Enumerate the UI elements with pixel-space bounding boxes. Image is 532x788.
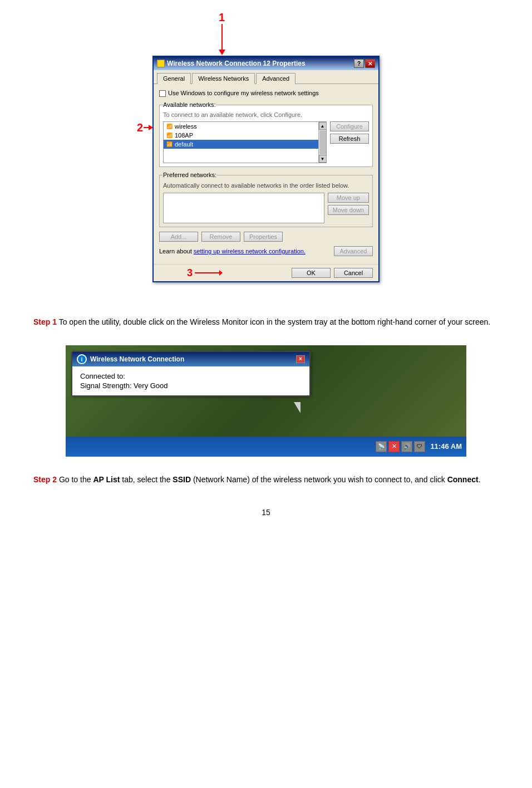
configure-button[interactable]: Configure — [330, 121, 369, 131]
annotation-3-area: 3 — [187, 267, 223, 279]
popup-section: i Wireless Network Connection × Connecte… — [33, 345, 499, 457]
dialog-titlebar: Wireless Network Connection 12 Propertie… — [154, 57, 378, 70]
tray-icon-4[interactable]: 🛡 — [414, 441, 425, 452]
preferred-buttons: Move up Move down — [328, 193, 369, 223]
bubble-body: Connected to: Signal Strength: Very Good — [72, 366, 309, 395]
dialog-wrapper: 2 Wireless Network Connection 12 Propert… — [152, 28, 380, 282]
annotation-2: 2 — [137, 121, 143, 134]
popup-image-wrapper: i Wireless Network Connection × Connecte… — [66, 345, 466, 457]
titlebar-icon — [157, 60, 165, 67]
step2-bold-ssid: SSID — [173, 475, 191, 484]
step1-label: Step 1 — [33, 317, 57, 326]
tab-advanced[interactable]: Advanced — [256, 73, 295, 84]
bottom-buttons-row: Add... Remove Properties — [159, 232, 373, 242]
step1-block: Step 1 To open the utility, double click… — [33, 316, 499, 328]
signal-text: Signal Strength: Very Good — [80, 381, 302, 390]
available-content: 📶 wireless 📶 108AP 📶 default — [163, 121, 369, 163]
step2-end: (Network Name) of the wireless network y… — [191, 475, 447, 484]
system-clock: 11:46 AM — [430, 442, 462, 451]
checkbox-label: Use Windows to configure my wireless net… — [168, 90, 319, 96]
available-networks-legend: Available networks: — [163, 101, 216, 108]
move-up-button[interactable]: Move up — [328, 193, 369, 203]
ok-button[interactable]: OK — [292, 268, 331, 278]
bubble-close-button[interactable]: × — [296, 355, 305, 363]
dialog-body: Use Windows to configure my wireless net… — [154, 84, 378, 264]
cancel-button[interactable]: Cancel — [334, 268, 373, 278]
learn-text: Learn about setting up wireless network … — [159, 248, 306, 254]
network-name-wireless: wireless — [175, 123, 197, 130]
diagram-section: 1 2 Wireless Network Connection 12 Prope… — [22, 11, 510, 282]
bubble-title-area: i Wireless Network Connection — [77, 354, 184, 364]
advanced-button[interactable]: Advanced — [334, 246, 373, 256]
dialog-footer: 3 OK Cancel — [154, 264, 378, 281]
signal-icon-wireless: 📶 — [165, 123, 173, 130]
tab-wireless-networks[interactable]: Wireless Networks — [192, 73, 255, 84]
step2-block: Step 2 Go to the AP List tab, select the… — [33, 473, 499, 486]
annotation-1: 1 — [219, 11, 225, 24]
bubble-title: Wireless Network Connection — [90, 355, 184, 363]
svg-marker-1 — [219, 270, 223, 276]
info-icon: i — [77, 354, 87, 364]
remove-button[interactable]: Remove — [201, 232, 240, 242]
properties-button[interactable]: Properties — [244, 232, 283, 242]
dialog-tabs[interactable]: General Wireless Networks Advanced — [154, 70, 378, 84]
network-name-108ap: 108AP — [175, 132, 193, 139]
network-name-default: default — [175, 141, 193, 148]
help-button[interactable]: ? — [354, 59, 364, 68]
available-description: To connect to an available network, clic… — [163, 111, 369, 118]
step2-bold-aplist: AP List — [93, 475, 120, 484]
page-number-section: 15 — [22, 508, 510, 517]
dialog-title: Wireless Network Connection 12 Propertie… — [167, 60, 306, 67]
bubble-tail — [294, 402, 301, 413]
taskbar: 📡 ✕ 🔊 🛡 11:46 AM — [66, 437, 466, 457]
checkbox-row[interactable]: Use Windows to configure my wireless net… — [159, 90, 373, 97]
close-button[interactable]: ✕ — [365, 59, 375, 68]
move-down-button[interactable]: Move down — [328, 205, 369, 215]
refresh-button[interactable]: Refresh — [330, 134, 369, 144]
step2-bold-connect: Connect — [447, 475, 479, 484]
tray-icon-2[interactable]: ✕ — [388, 441, 400, 452]
step2-label: Step 2 — [33, 475, 57, 484]
available-networks-section: Available networks: To connect to an ava… — [159, 101, 373, 167]
tab-general[interactable]: General — [157, 73, 191, 84]
step2-mid: tab, select the — [120, 475, 173, 484]
network-item-wireless[interactable]: 📶 wireless — [164, 122, 326, 131]
arrow-3-icon — [195, 268, 223, 277]
bubble-titlebar: i Wireless Network Connection × — [72, 352, 309, 366]
tray-icon-1[interactable]: 📡 — [376, 441, 387, 452]
step1-text: To open the utility, double click on the… — [57, 317, 490, 326]
learn-link[interactable]: setting up wireless network configuratio… — [194, 248, 306, 254]
network-item-default[interactable]: 📶 default — [164, 140, 326, 149]
signal-icon-108ap: 📶 — [165, 131, 173, 139]
titlebar-buttons[interactable]: ? ✕ — [354, 59, 375, 68]
available-buttons: Configure Refresh — [330, 121, 369, 163]
win-dialog: Wireless Network Connection 12 Propertie… — [152, 56, 380, 282]
windows-configure-checkbox[interactable] — [159, 90, 166, 97]
signal-icon-default: 📶 — [165, 140, 173, 148]
learn-advanced-row: Learn about setting up wireless network … — [159, 246, 373, 256]
tray-icon-3[interactable]: 🔊 — [401, 441, 412, 452]
titlebar-left: Wireless Network Connection 12 Propertie… — [157, 60, 306, 67]
preferred-networks-section: Preferred networks: Automatically connec… — [159, 172, 373, 227]
preferred-description: Automatically connect to available netwo… — [163, 182, 369, 189]
scroll-down-arrow[interactable]: ▼ — [319, 155, 327, 163]
step2-period: . — [479, 475, 481, 484]
step2-text: Go to the — [57, 475, 93, 484]
annotation-3: 3 — [187, 267, 193, 279]
add-button[interactable]: Add... — [159, 232, 198, 242]
network-item-108ap[interactable]: 📶 108AP — [164, 131, 326, 140]
preferred-networks-legend: Preferred networks: — [163, 172, 216, 178]
steps-section: Step 1 To open the utility, double click… — [22, 316, 510, 486]
preferred-content: Move up Move down — [163, 193, 369, 223]
scroll-up-arrow[interactable]: ▲ — [319, 122, 327, 130]
page-number: 15 — [262, 508, 270, 517]
connected-text: Connected to: — [80, 372, 302, 380]
notification-popup: i Wireless Network Connection × Connecte… — [71, 351, 311, 397]
